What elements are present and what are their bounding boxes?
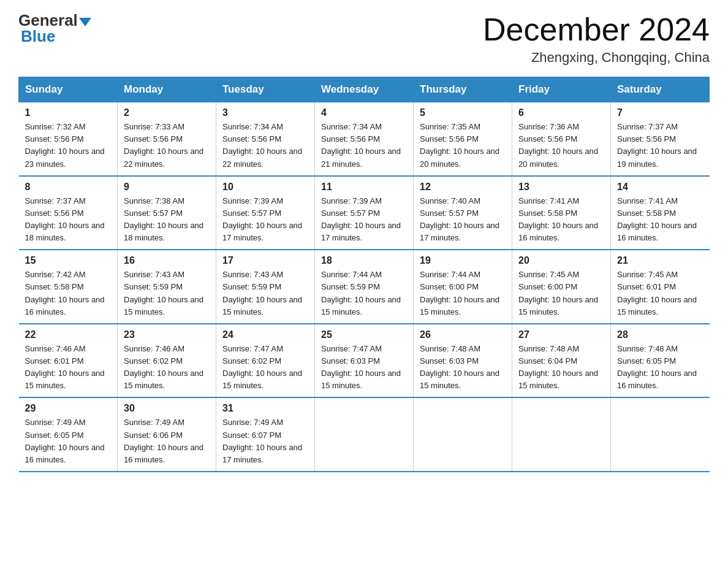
day-info: Sunrise: 7:39 AMSunset: 5:57 PMDaylight:… <box>222 195 308 245</box>
day-number: 17 <box>222 255 308 266</box>
day-number: 27 <box>518 329 604 340</box>
calendar-cell: 15 Sunrise: 7:42 AMSunset: 5:58 PMDaylig… <box>19 250 118 324</box>
day-info: Sunrise: 7:46 AMSunset: 6:02 PMDaylight:… <box>124 343 210 393</box>
day-number: 29 <box>25 403 112 414</box>
calendar-cell: 12 Sunrise: 7:40 AMSunset: 5:57 PMDaylig… <box>414 176 512 250</box>
day-info: Sunrise: 7:47 AMSunset: 6:03 PMDaylight:… <box>321 343 407 393</box>
calendar-cell: 3 Sunrise: 7:34 AMSunset: 5:56 PMDayligh… <box>216 102 315 176</box>
calendar-cell: 26 Sunrise: 7:48 AMSunset: 6:03 PMDaylig… <box>414 324 512 398</box>
calendar-cell: 25 Sunrise: 7:47 AMSunset: 6:03 PMDaylig… <box>315 324 414 398</box>
calendar-cell: 9 Sunrise: 7:38 AMSunset: 5:57 PMDayligh… <box>118 176 216 250</box>
calendar-cell: 20 Sunrise: 7:45 AMSunset: 6:00 PMDaylig… <box>512 250 611 324</box>
header-sunday: Sunday <box>19 77 118 102</box>
calendar-cell: 23 Sunrise: 7:46 AMSunset: 6:02 PMDaylig… <box>118 324 216 398</box>
header-friday: Friday <box>512 77 611 102</box>
day-info: Sunrise: 7:38 AMSunset: 5:57 PMDaylight:… <box>124 195 210 245</box>
day-info: Sunrise: 7:34 AMSunset: 5:56 PMDaylight:… <box>321 121 407 170</box>
calendar-cell: 30 Sunrise: 7:49 AMSunset: 6:06 PMDaylig… <box>118 397 216 472</box>
logo: General Blue <box>18 12 93 46</box>
day-number: 7 <box>617 107 703 118</box>
week-row-2: 8 Sunrise: 7:37 AMSunset: 5:56 PMDayligh… <box>19 176 710 250</box>
day-info: Sunrise: 7:46 AMSunset: 6:01 PMDaylight:… <box>25 343 112 393</box>
calendar-table: SundayMondayTuesdayWednesdayThursdayFrid… <box>18 77 710 472</box>
day-info: Sunrise: 7:36 AMSunset: 5:56 PMDaylight:… <box>518 121 604 170</box>
calendar-body: 1 Sunrise: 7:32 AMSunset: 5:56 PMDayligh… <box>19 102 710 472</box>
location-text: Zhengxing, Chongqing, China <box>483 50 710 66</box>
day-info: Sunrise: 7:43 AMSunset: 5:59 PMDaylight:… <box>222 269 308 318</box>
logo-blue-text: Blue <box>18 27 55 46</box>
calendar-cell: 7 Sunrise: 7:37 AMSunset: 5:56 PMDayligh… <box>611 102 710 176</box>
day-number: 30 <box>124 403 210 414</box>
day-info: Sunrise: 7:41 AMSunset: 5:58 PMDaylight:… <box>518 195 604 245</box>
day-number: 25 <box>321 329 407 340</box>
day-number: 11 <box>321 182 407 193</box>
day-number: 13 <box>518 182 604 193</box>
header-thursday: Thursday <box>414 77 512 102</box>
calendar-cell: 6 Sunrise: 7:36 AMSunset: 5:56 PMDayligh… <box>512 102 611 176</box>
day-info: Sunrise: 7:42 AMSunset: 5:58 PMDaylight:… <box>25 269 112 318</box>
calendar-cell <box>512 397 611 472</box>
day-number: 22 <box>25 329 112 340</box>
calendar-cell: 22 Sunrise: 7:46 AMSunset: 6:01 PMDaylig… <box>19 324 118 398</box>
calendar-cell: 24 Sunrise: 7:47 AMSunset: 6:02 PMDaylig… <box>216 324 315 398</box>
calendar-cell: 19 Sunrise: 7:44 AMSunset: 6:00 PMDaylig… <box>414 250 512 324</box>
day-number: 8 <box>25 182 112 193</box>
day-info: Sunrise: 7:35 AMSunset: 5:56 PMDaylight:… <box>420 121 506 170</box>
day-info: Sunrise: 7:37 AMSunset: 5:56 PMDaylight:… <box>25 195 112 245</box>
calendar-header: SundayMondayTuesdayWednesdayThursdayFrid… <box>19 77 710 102</box>
day-number: 2 <box>124 107 210 118</box>
day-number: 12 <box>420 182 506 193</box>
day-info: Sunrise: 7:39 AMSunset: 5:57 PMDaylight:… <box>321 195 407 245</box>
title-block: December 2024 Zhengxing, Chongqing, Chin… <box>483 12 710 66</box>
day-info: Sunrise: 7:33 AMSunset: 5:56 PMDaylight:… <box>124 121 210 170</box>
day-info: Sunrise: 7:49 AMSunset: 6:05 PMDaylight:… <box>25 416 112 466</box>
day-info: Sunrise: 7:47 AMSunset: 6:02 PMDaylight:… <box>222 343 308 393</box>
day-number: 24 <box>222 329 308 340</box>
calendar-cell: 17 Sunrise: 7:43 AMSunset: 5:59 PMDaylig… <box>216 250 315 324</box>
day-number: 20 <box>518 255 604 266</box>
calendar-cell: 27 Sunrise: 7:48 AMSunset: 6:04 PMDaylig… <box>512 324 611 398</box>
day-number: 4 <box>321 107 407 118</box>
header-row: SundayMondayTuesdayWednesdayThursdayFrid… <box>19 77 710 102</box>
logo-arrow-icon <box>79 18 91 26</box>
calendar-cell: 16 Sunrise: 7:43 AMSunset: 5:59 PMDaylig… <box>118 250 216 324</box>
day-info: Sunrise: 7:34 AMSunset: 5:56 PMDaylight:… <box>222 121 308 170</box>
day-info: Sunrise: 7:41 AMSunset: 5:58 PMDaylight:… <box>617 195 703 245</box>
page-header: General Blue December 2024 Zhengxing, Ch… <box>18 12 710 66</box>
day-info: Sunrise: 7:43 AMSunset: 5:59 PMDaylight:… <box>124 269 210 318</box>
header-tuesday: Tuesday <box>216 77 315 102</box>
day-number: 6 <box>518 107 604 118</box>
week-row-4: 22 Sunrise: 7:46 AMSunset: 6:01 PMDaylig… <box>19 324 710 398</box>
calendar-cell <box>611 397 710 472</box>
day-number: 26 <box>420 329 506 340</box>
day-info: Sunrise: 7:48 AMSunset: 6:03 PMDaylight:… <box>420 343 506 393</box>
calendar-cell: 4 Sunrise: 7:34 AMSunset: 5:56 PMDayligh… <box>315 102 414 176</box>
day-number: 28 <box>617 329 703 340</box>
day-info: Sunrise: 7:45 AMSunset: 6:00 PMDaylight:… <box>518 269 604 318</box>
day-number: 10 <box>222 182 308 193</box>
day-number: 3 <box>222 107 308 118</box>
day-number: 16 <box>124 255 210 266</box>
day-number: 19 <box>420 255 506 266</box>
day-info: Sunrise: 7:44 AMSunset: 5:59 PMDaylight:… <box>321 269 407 318</box>
day-number: 15 <box>25 255 112 266</box>
calendar-cell: 29 Sunrise: 7:49 AMSunset: 6:05 PMDaylig… <box>19 397 118 472</box>
day-info: Sunrise: 7:44 AMSunset: 6:00 PMDaylight:… <box>420 269 506 318</box>
header-saturday: Saturday <box>611 77 710 102</box>
day-info: Sunrise: 7:48 AMSunset: 6:04 PMDaylight:… <box>518 343 604 393</box>
day-number: 1 <box>25 107 112 118</box>
calendar-cell: 10 Sunrise: 7:39 AMSunset: 5:57 PMDaylig… <box>216 176 315 250</box>
calendar-cell: 21 Sunrise: 7:45 AMSunset: 6:01 PMDaylig… <box>611 250 710 324</box>
day-info: Sunrise: 7:49 AMSunset: 6:07 PMDaylight:… <box>222 416 308 466</box>
header-wednesday: Wednesday <box>315 77 414 102</box>
calendar-cell: 11 Sunrise: 7:39 AMSunset: 5:57 PMDaylig… <box>315 176 414 250</box>
day-number: 31 <box>222 403 308 414</box>
day-info: Sunrise: 7:32 AMSunset: 5:56 PMDaylight:… <box>25 121 112 170</box>
day-number: 21 <box>617 255 703 266</box>
week-row-1: 1 Sunrise: 7:32 AMSunset: 5:56 PMDayligh… <box>19 102 710 176</box>
month-title: December 2024 <box>483 12 710 47</box>
calendar-cell: 18 Sunrise: 7:44 AMSunset: 5:59 PMDaylig… <box>315 250 414 324</box>
day-info: Sunrise: 7:48 AMSunset: 6:05 PMDaylight:… <box>617 343 703 393</box>
calendar-cell: 8 Sunrise: 7:37 AMSunset: 5:56 PMDayligh… <box>19 176 118 250</box>
calendar-cell: 14 Sunrise: 7:41 AMSunset: 5:58 PMDaylig… <box>611 176 710 250</box>
